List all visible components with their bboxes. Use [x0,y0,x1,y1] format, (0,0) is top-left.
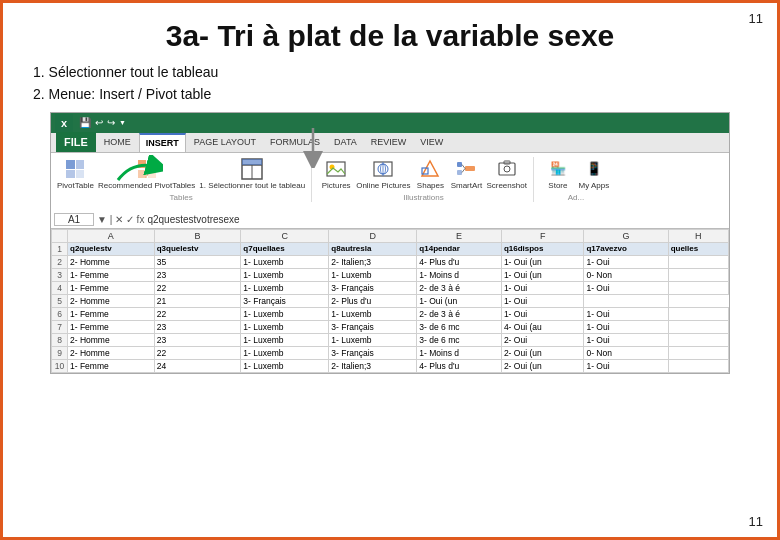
cell[interactable]: 23 [154,320,241,333]
cell[interactable]: q2quelestv [68,242,155,255]
cell[interactable]: 24 [154,359,241,372]
store-btn[interactable]: 🏪 Store [542,157,574,191]
cell[interactable]: 1- Oui (un [501,255,584,268]
save-btn[interactable]: 💾 [79,117,91,128]
col-header-f[interactable]: F [501,229,584,242]
cell[interactable]: 3- Français [241,294,329,307]
cell[interactable]: 1- Luxemb [241,346,329,359]
cell[interactable]: 23 [154,268,241,281]
cell[interactable]: 1- Luxemb [241,333,329,346]
cell[interactable]: 1- Luxemb [241,281,329,294]
cell[interactable]: 1- Luxemb [241,268,329,281]
cell[interactable] [668,359,728,372]
redo-btn[interactable]: ↪ [107,117,115,128]
my-apps-btn[interactable]: 📱 My Apps [578,157,610,191]
cell[interactable]: 4- Plus d'u [417,359,502,372]
cell[interactable] [668,281,728,294]
cell[interactable]: 0- Non [584,268,668,281]
file-tab[interactable]: FILE [56,132,96,152]
cell[interactable]: 1- Luxemb [241,255,329,268]
cell-reference[interactable]: A1 [54,213,94,226]
cell[interactable]: 2- Italien;3 [329,359,417,372]
cell[interactable]: 1- Oui [584,359,668,372]
cell[interactable]: 2- Homme [68,333,155,346]
cell[interactable]: 1- Luxemb [329,333,417,346]
cell[interactable]: 1- Femme [68,359,155,372]
tab-view[interactable]: VIEW [414,133,449,152]
cell[interactable]: q14pendar [417,242,502,255]
cell[interactable]: 3- Français [329,320,417,333]
col-header-a[interactable]: A [68,229,155,242]
col-header-e[interactable]: E [417,229,502,242]
cell[interactable]: 4- Oui (au [501,320,584,333]
cell[interactable]: 2- Oui [501,333,584,346]
cell[interactable]: 1- Oui [501,307,584,320]
cell[interactable]: 1- Moins d [417,346,502,359]
pivot-table-btn[interactable]: PivotTable [57,157,94,191]
cell[interactable]: 1- Femme [68,268,155,281]
col-header-c[interactable]: C [241,229,329,242]
cell[interactable]: 1- Oui (un [501,268,584,281]
cell[interactable] [668,307,728,320]
cell[interactable]: 1- Luxemb [241,359,329,372]
col-header-h[interactable]: H [668,229,728,242]
screenshot-btn[interactable]: Screenshot [486,157,526,191]
cell[interactable]: 2- Homme [68,294,155,307]
cell[interactable]: q8autresla [329,242,417,255]
cell[interactable]: 2- Oui (un [501,346,584,359]
cell[interactable]: 1- Femme [68,320,155,333]
online-pictures-btn[interactable]: Online Pictures [356,157,410,191]
cell[interactable]: 1- Oui [501,281,584,294]
cell[interactable]: 2- Plus d'u [329,294,417,307]
cell[interactable]: 1- Luxemb [241,307,329,320]
cell[interactable] [668,333,728,346]
cell[interactable]: q17avezvo [584,242,668,255]
cell[interactable]: 3- de 6 mc [417,333,502,346]
cell[interactable] [584,294,668,307]
tab-review[interactable]: REVIEW [365,133,413,152]
tab-insert[interactable]: INSERT [139,133,186,152]
cell[interactable]: 22 [154,307,241,320]
cell[interactable]: 1- Luxemb [329,307,417,320]
cell[interactable]: quelles [668,242,728,255]
cell[interactable]: q3quelestv [154,242,241,255]
cell[interactable]: 22 [154,346,241,359]
cell[interactable]: 21 [154,294,241,307]
cell[interactable]: 1- Oui [584,320,668,333]
customize-btn[interactable]: ▼ [119,119,126,126]
shapes-btn[interactable]: Shapes [414,157,446,191]
cell[interactable]: 2- Homme [68,346,155,359]
cell[interactable]: 1- Femme [68,281,155,294]
cell[interactable]: 1- Oui [501,294,584,307]
col-header-b[interactable]: B [154,229,241,242]
cell[interactable]: 2- Oui (un [501,359,584,372]
cell[interactable]: 3- Français [329,281,417,294]
cell[interactable]: 23 [154,333,241,346]
cell[interactable]: 1- Femme [68,307,155,320]
smartart-btn[interactable]: SmartArt [450,157,482,191]
cell[interactable] [668,320,728,333]
cell[interactable]: 1- Oui [584,307,668,320]
table-btn[interactable]: 1. Sélectionner tout le tableau [199,157,305,191]
cell[interactable]: 1- Oui (un [417,294,502,307]
tab-home[interactable]: HOME [98,133,137,152]
cell[interactable]: 1- Luxemb [329,268,417,281]
col-header-d[interactable]: D [329,229,417,242]
cell[interactable]: q16dispos [501,242,584,255]
cell[interactable]: 2- de 3 à é [417,281,502,294]
cell[interactable]: 0- Non [584,346,668,359]
cell[interactable]: 22 [154,281,241,294]
undo-btn[interactable]: ↩ [95,117,103,128]
cell[interactable] [668,255,728,268]
cell[interactable]: 1- Oui [584,281,668,294]
cell[interactable] [668,346,728,359]
cell[interactable]: 1- Moins d [417,268,502,281]
cell[interactable]: q7quellaes [241,242,329,255]
cell[interactable]: 3- de 6 mc [417,320,502,333]
tab-pagelayout[interactable]: PAGE LAYOUT [188,133,262,152]
cell[interactable]: 2- de 3 à é [417,307,502,320]
tab-data[interactable]: DATA [328,133,363,152]
cell[interactable]: 2- Homme [68,255,155,268]
cell[interactable]: 4- Plus d'u [417,255,502,268]
cell[interactable]: 2- Italien;3 [329,255,417,268]
